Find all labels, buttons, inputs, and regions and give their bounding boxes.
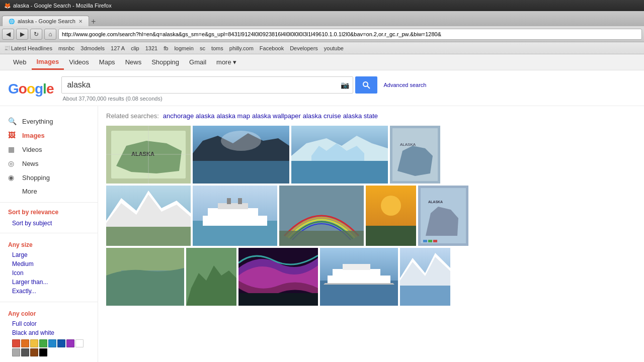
advanced-search-link[interactable]: Advanced search: [383, 82, 426, 88]
sidebar-item-more[interactable]: More: [0, 185, 98, 198]
bookmark-philly[interactable]: philly.com: [227, 45, 256, 52]
related-anchorage[interactable]: anchorage alaska: [163, 112, 215, 120]
nav-images[interactable]: Images: [32, 55, 64, 70]
bookmark-clip[interactable]: clip: [129, 45, 141, 52]
svg-rect-17: [106, 227, 191, 246]
bookmark-logmein[interactable]: logmein: [172, 45, 196, 52]
related-label: Related searches:: [106, 112, 159, 120]
size-filter-title[interactable]: Any size: [8, 241, 90, 248]
related-map[interactable]: alaska map: [216, 112, 250, 120]
related-wallpaper[interactable]: alaska wallpaper: [252, 112, 301, 120]
bookmark-1321[interactable]: 1321: [143, 45, 159, 52]
results-area[interactable]: Related searches: anchorage alaska alask…: [98, 106, 644, 362]
swatch-red[interactable]: [12, 339, 20, 347]
nav-videos[interactable]: Videos: [64, 55, 94, 69]
swatch-lightblue[interactable]: [48, 339, 56, 347]
image-alaska-forest[interactable]: [186, 248, 236, 306]
bookmark-youtube[interactable]: youtube: [322, 45, 346, 52]
image-alaska-cruise[interactable]: [193, 186, 277, 246]
sidebar-item-news[interactable]: ◎ News: [0, 156, 98, 170]
svg-rect-21: [208, 208, 258, 217]
search-button[interactable]: [355, 76, 377, 94]
refresh-button[interactable]: ↻: [30, 29, 42, 40]
image-alaska-map2[interactable]: ALASKA: [390, 126, 440, 184]
sidebar-item-everything[interactable]: 🔍 Everything: [0, 114, 98, 128]
home-button[interactable]: ⌂: [44, 29, 56, 40]
image-alaska-fisher[interactable]: [366, 186, 416, 246]
bookmark-latest-headlines[interactable]: 📰 Latest Headlines: [2, 45, 54, 52]
search-header-area: Google 📷 Advanced search About 37,700,00…: [0, 70, 644, 106]
window-title: alaska - Google Search - Mozilla Firefox: [13, 3, 112, 9]
google-logo: Google: [8, 81, 53, 97]
swatch-darkblue[interactable]: [57, 339, 65, 347]
bookmark-fb[interactable]: fb: [162, 45, 170, 52]
size-large[interactable]: Large: [8, 250, 90, 259]
image-alaska-aurora[interactable]: [238, 248, 318, 306]
bookmark-facebook[interactable]: Facebook: [258, 45, 286, 52]
bookmark-sc[interactable]: sc: [198, 45, 207, 52]
size-medium[interactable]: Medium: [8, 259, 90, 268]
svg-rect-41: [238, 293, 318, 306]
svg-rect-34: [428, 240, 432, 242]
bookmark-icon: 📰: [4, 45, 10, 51]
image-alaska-river[interactable]: [106, 248, 184, 306]
nav-shopping[interactable]: Shopping: [146, 55, 184, 69]
bookmark-toms[interactable]: toms: [209, 45, 225, 52]
sort-by-subject[interactable]: Sort by subject: [0, 218, 98, 229]
tab-label: alaska - Google Search: [18, 18, 75, 24]
svg-rect-28: [366, 226, 416, 246]
swatch-lightgray[interactable]: [12, 348, 20, 356]
image-alaska-glacier[interactable]: [291, 126, 388, 184]
image-alaska-fjord[interactable]: [193, 126, 289, 184]
nav-news[interactable]: News: [120, 55, 147, 69]
nav-gmail[interactable]: Gmail: [184, 55, 211, 69]
image-alaska-mapcolor[interactable]: ALASKA: [418, 186, 468, 246]
camera-icon[interactable]: 📷: [341, 81, 349, 89]
search-icon: 🔍: [8, 117, 18, 125]
swatch-brown[interactable]: [30, 348, 38, 356]
size-larger-than[interactable]: Larger than...: [8, 278, 90, 287]
new-tab-button[interactable]: +: [89, 17, 98, 26]
sidebar-item-videos[interactable]: ▦ Videos: [0, 142, 98, 156]
image-alaska-map[interactable]: ALASKA: [106, 126, 191, 184]
image-alaska-mountain2[interactable]: [400, 248, 450, 306]
forward-button[interactable]: ▶: [16, 29, 28, 40]
bookmark-127a[interactable]: 127 A: [109, 45, 127, 52]
bookmark-msnbc[interactable]: msnbc: [56, 45, 76, 52]
bookmark-3dmodels[interactable]: 3dmodels: [78, 45, 107, 52]
size-icon[interactable]: Icon: [8, 268, 90, 278]
swatch-green[interactable]: [39, 339, 47, 347]
color-full[interactable]: Full color: [8, 319, 90, 328]
image-alaska-ship2[interactable]: [320, 248, 398, 306]
swatch-yellow[interactable]: [30, 339, 38, 347]
image-alaska-mountain[interactable]: [106, 186, 191, 246]
sort-by-relevance[interactable]: Sort by relevance: [0, 207, 98, 218]
svg-text:ALASKA: ALASKA: [400, 142, 416, 147]
swatch-white[interactable]: [75, 339, 84, 347]
sidebar-item-shopping[interactable]: ◉ Shopping: [0, 170, 98, 185]
nav-web[interactable]: Web: [8, 55, 32, 69]
nav-maps[interactable]: Maps: [94, 55, 120, 69]
nav-more[interactable]: more ▾: [211, 55, 242, 69]
search-input[interactable]: [61, 76, 353, 94]
swatch-gray[interactable]: [21, 348, 29, 356]
swatch-black[interactable]: [39, 348, 47, 356]
images-icon: 🖼: [8, 131, 18, 139]
active-tab[interactable]: 🌐 alaska - Google Search ✕: [2, 16, 89, 26]
size-exactly[interactable]: Exactly...: [8, 287, 90, 296]
image-alaska-rainbow[interactable]: [279, 186, 364, 246]
sidebar: 🔍 Everything 🖼 Images ▦ Videos ◎ News ◉ …: [0, 106, 98, 362]
sidebar-item-images[interactable]: 🖼 Images: [0, 128, 98, 142]
swatch-purple[interactable]: [66, 339, 74, 347]
related-cruise[interactable]: alaska cruise: [303, 112, 341, 120]
url-bar[interactable]: [58, 29, 642, 40]
bookmark-developers[interactable]: Developers: [288, 45, 320, 52]
image-row-3: [106, 248, 636, 306]
nav-bar: ◀ ▶ ↻ ⌂: [0, 26, 644, 42]
color-bw[interactable]: Black and white: [8, 328, 90, 337]
close-tab-button[interactable]: ✕: [78, 19, 83, 24]
swatch-orange[interactable]: [21, 339, 29, 347]
back-button[interactable]: ◀: [2, 29, 14, 40]
related-state[interactable]: alaska state: [343, 112, 378, 120]
color-filter-title[interactable]: Any color: [8, 310, 90, 317]
